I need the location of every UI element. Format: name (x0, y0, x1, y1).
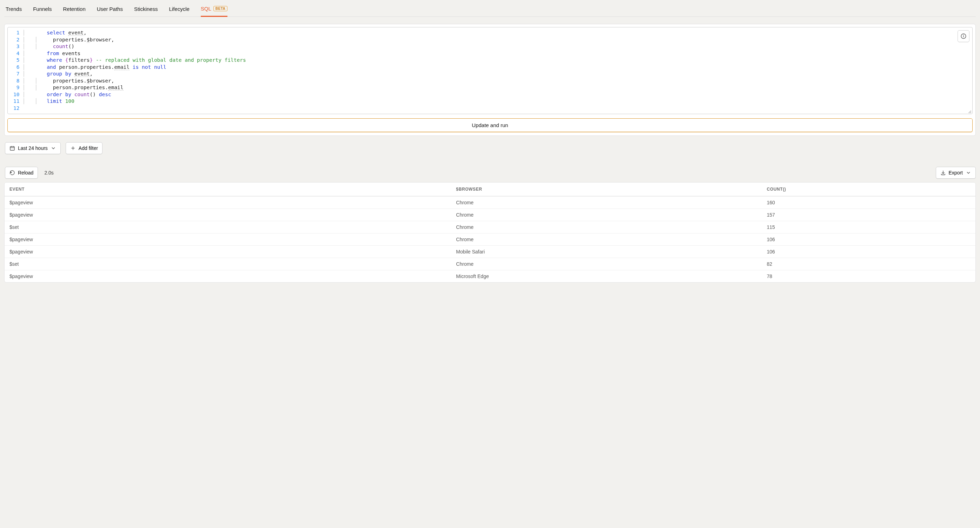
add-filter-label: Add filter (79, 145, 98, 151)
cell-event: $pageview (5, 270, 451, 282)
cell-event: $pageview (5, 197, 451, 208)
tab-lifecycle[interactable]: Lifecycle (169, 3, 189, 16)
filter-row: Last 24 hours Add filter (5, 142, 976, 154)
cell-browser: Chrome (451, 234, 762, 245)
beta-badge: BETA (213, 6, 228, 11)
tab-retention[interactable]: Retention (63, 3, 86, 16)
col-count[interactable]: COUNT() (762, 183, 975, 196)
sql-panel: 1 2 3 4 5 6 7 8 9 10 11 12 │ │ │ │ │ │ │… (4, 24, 976, 136)
table-row[interactable]: $pageviewChrome106 (5, 233, 975, 245)
cell-count: 160 (762, 197, 975, 208)
reload-button[interactable]: Reload (5, 167, 38, 179)
resize-handle[interactable] (967, 108, 972, 113)
export-button[interactable]: Export (936, 167, 976, 179)
results-table: EVENT $BROWSER COUNT() $pageviewChrome16… (4, 182, 976, 283)
download-icon (940, 170, 946, 175)
line-gutter: 1 2 3 4 5 6 7 8 9 10 11 12 (8, 30, 22, 111)
table-row[interactable]: $setChrome115 (5, 221, 975, 233)
cell-browser: Chrome (451, 221, 762, 233)
plus-icon (70, 145, 76, 151)
cell-count: 82 (762, 258, 975, 270)
add-filter-button[interactable]: Add filter (66, 142, 102, 154)
cell-event: $set (5, 221, 451, 233)
reload-icon (10, 170, 15, 175)
cell-event: $pageview (5, 234, 451, 245)
elapsed-time: 2.0s (44, 170, 53, 175)
date-range-label: Last 24 hours (18, 145, 48, 151)
col-event[interactable]: EVENT (5, 183, 451, 196)
cell-count: 78 (762, 270, 975, 282)
table-row[interactable]: $pageviewMobile Safari106 (5, 245, 975, 258)
table-body: $pageviewChrome160$pageviewChrome157$set… (5, 196, 975, 282)
tab-funnels[interactable]: Funnels (33, 3, 52, 16)
cell-browser: Chrome (451, 197, 762, 208)
svg-rect-3 (10, 146, 14, 150)
col-browser[interactable]: $BROWSER (451, 183, 762, 196)
cell-count: 157 (762, 209, 975, 221)
table-row[interactable]: $setChrome82 (5, 258, 975, 270)
tab-sql[interactable]: SQL BETA (201, 3, 228, 17)
chevron-down-icon (51, 145, 56, 151)
cell-event: $pageview (5, 209, 451, 221)
cell-browser: Chrome (451, 209, 762, 221)
cell-count: 106 (762, 246, 975, 258)
date-range-button[interactable]: Last 24 hours (5, 142, 61, 154)
results-toolbar: Reload 2.0s Export (5, 167, 976, 179)
cell-event: $set (5, 258, 451, 270)
cell-event: $pageview (5, 246, 451, 258)
table-row[interactable]: $pageviewChrome160 (5, 196, 975, 208)
tab-user-paths[interactable]: User Paths (97, 3, 123, 16)
chevron-down-icon (966, 170, 971, 175)
cell-browser: Mobile Safari (451, 246, 762, 258)
cell-browser: Microsoft Edge (451, 270, 762, 282)
tab-bar: Trends Funnels Retention User Paths Stic… (4, 0, 976, 17)
sql-editor-wrap: 1 2 3 4 5 6 7 8 9 10 11 12 │ │ │ │ │ │ │… (7, 27, 973, 114)
table-header: EVENT $BROWSER COUNT() (5, 183, 975, 196)
tab-trends[interactable]: Trends (6, 3, 22, 16)
table-row[interactable]: $pageviewChrome157 (5, 208, 975, 221)
table-row[interactable]: $pageviewMicrosoft Edge78 (5, 270, 975, 282)
sql-editor[interactable]: 1 2 3 4 5 6 7 8 9 10 11 12 │ │ │ │ │ │ │… (8, 27, 972, 114)
info-icon (960, 33, 967, 39)
cell-count: 115 (762, 221, 975, 233)
indent-guides: │ │ │ │ │ │ │ │ │ │ │ │ │ │ │ │ (22, 30, 47, 111)
cell-count: 106 (762, 234, 975, 245)
info-button[interactable] (958, 30, 969, 42)
update-and-run-button[interactable]: Update and run (7, 118, 973, 132)
calendar-icon (10, 145, 15, 151)
svg-point-2 (964, 35, 964, 35)
cell-browser: Chrome (451, 258, 762, 270)
tab-stickiness[interactable]: Stickiness (134, 3, 158, 16)
export-label: Export (949, 170, 963, 175)
code-body[interactable]: select event, properties.$browser, count… (47, 30, 249, 111)
reload-label: Reload (18, 170, 33, 175)
